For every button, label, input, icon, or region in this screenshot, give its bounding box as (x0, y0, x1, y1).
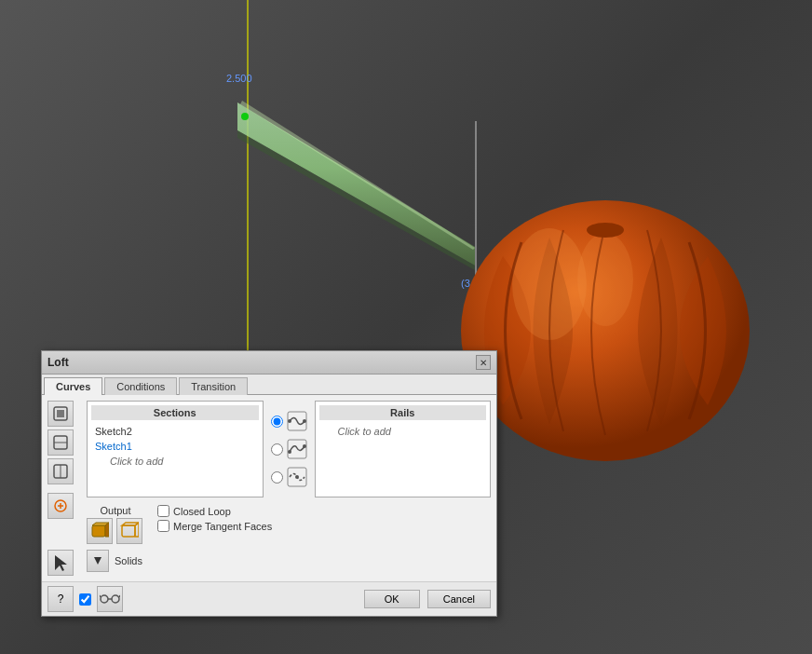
dialog-footer: ? OK Cancel (42, 581, 496, 616)
svg-marker-0 (237, 102, 475, 266)
radio-3[interactable] (271, 471, 283, 484)
output-surface-btn[interactable] (116, 518, 142, 544)
checkbox-closed-loop-label: Closed Loop (173, 506, 231, 517)
sections-panel-header: Sections (91, 405, 259, 420)
arrow-icon (92, 555, 103, 566)
svg-point-19 (288, 419, 291, 423)
svg-rect-9 (57, 410, 64, 417)
rails-panel: Rails Click to add (315, 401, 492, 497)
checkboxes-section: Closed Loop Merge Tangent Faces (157, 505, 272, 532)
solids-label: Solids (115, 555, 142, 566)
svg-point-22 (288, 450, 291, 454)
checkbox-merge-tangent-input[interactable] (157, 520, 169, 532)
main-panels: Sections Sketch2 Sketch1 Click to add (87, 401, 491, 576)
radio-icon-1 (287, 411, 307, 431)
svg-point-20 (303, 419, 306, 423)
svg-marker-31 (135, 523, 139, 537)
svg-point-23 (303, 444, 306, 448)
svg-point-34 (112, 595, 119, 603)
left-toolbar (47, 401, 81, 576)
tab-transition[interactable]: Transition (179, 377, 248, 395)
output-section: Output (87, 501, 491, 546)
output-buttons (87, 518, 142, 544)
svg-marker-1 (237, 130, 475, 270)
svg-marker-32 (94, 557, 102, 565)
svg-marker-28 (105, 523, 109, 537)
dialog-close-button[interactable]: ✕ (476, 355, 491, 370)
svg-rect-29 (122, 525, 135, 537)
sections-click-to-add[interactable]: Click to add (91, 454, 259, 469)
toolbar-btn-1[interactable] (47, 401, 74, 427)
svg-rect-26 (92, 525, 105, 537)
checkbox-closed-loop: Closed Loop (157, 505, 272, 517)
svg-point-6 (577, 233, 633, 326)
radio-panel (267, 401, 311, 497)
svg-line-36 (100, 595, 101, 597)
radio-row-1[interactable] (271, 411, 307, 431)
radio-row-2[interactable] (271, 439, 307, 459)
radio-row-3[interactable] (271, 467, 307, 487)
dialog-titlebar: Loft ✕ (42, 351, 496, 375)
svg-marker-17 (55, 555, 67, 571)
toolbar-btn-add[interactable] (47, 493, 74, 519)
output-label: Output (100, 505, 130, 516)
toolbar-btn-select[interactable] (47, 550, 74, 576)
output-solid-btn[interactable] (87, 518, 113, 544)
solids-section: Output (87, 505, 142, 544)
tab-conditions[interactable]: Conditions (104, 377, 177, 395)
ok-button[interactable]: OK (364, 590, 420, 608)
loft-dialog: Loft ✕ Curves Conditions Transition (41, 350, 497, 617)
svg-line-37 (119, 595, 120, 597)
sections-item-sketch2[interactable]: Sketch2 (91, 424, 259, 439)
dimension-label-2500: 2.500 (226, 73, 252, 84)
dialog-title: Loft (47, 356, 69, 369)
radio-icon-3 (287, 467, 307, 487)
axis-line-yellow (247, 0, 249, 373)
checkbox-closed-loop-input[interactable] (157, 505, 169, 517)
svg-point-25 (295, 475, 299, 479)
svg-point-7 (587, 223, 624, 238)
radio-icon-2 (287, 439, 307, 459)
solids-arrow-btn[interactable] (87, 550, 109, 572)
solids-row: Solids (87, 550, 491, 572)
preview-checkbox[interactable] (79, 593, 91, 606)
sections-panel: Sections Sketch2 Sketch1 Click to add (87, 401, 264, 497)
footer-right: OK Cancel (364, 590, 491, 608)
help-button[interactable]: ? (47, 586, 74, 612)
dialog-body: Sections Sketch2 Sketch1 Click to add (42, 395, 496, 581)
toolbar-btn-2[interactable] (47, 429, 74, 456)
dialog-tabs: Curves Conditions Transition (42, 375, 496, 395)
glasses-icon (100, 593, 120, 606)
svg-point-33 (101, 595, 108, 603)
radio-2[interactable] (271, 443, 283, 456)
footer-left: ? (47, 586, 123, 612)
tab-curves[interactable]: Curves (44, 377, 102, 395)
checkbox-merge-tangent-label: Merge Tangent Faces (173, 521, 272, 532)
radio-1[interactable] (271, 416, 283, 428)
cancel-button[interactable]: Cancel (427, 590, 491, 608)
rails-panel-header: Rails (319, 405, 487, 420)
svg-marker-2 (240, 101, 475, 250)
checkbox-merge-tangent: Merge Tangent Faces (157, 520, 272, 532)
help-icon: ? (58, 593, 64, 606)
sections-item-sketch1[interactable]: Sketch1 (91, 439, 259, 454)
preview-icon-btn[interactable] (97, 586, 123, 612)
rails-click-to-add[interactable]: Click to add (319, 424, 487, 439)
toolbar-btn-3[interactable] (47, 458, 74, 484)
